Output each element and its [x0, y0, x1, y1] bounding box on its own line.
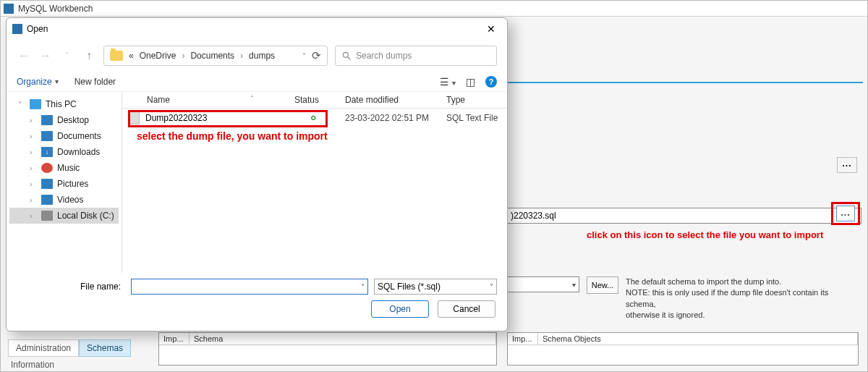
- dialog-toolbar: Organize ▾ New folder ☰ ▾ ◫ ?: [7, 72, 507, 92]
- cancel-button[interactable]: Cancel: [438, 300, 495, 318]
- default-schema-select[interactable]: ▾: [507, 276, 579, 292]
- crumb-onedrive[interactable]: OneDrive: [140, 51, 176, 61]
- file-list-header: Name˄ Status Date modified Type: [122, 92, 507, 109]
- desktop-icon: [41, 115, 53, 125]
- back-icon[interactable]: ←: [17, 49, 31, 62]
- expand-icon[interactable]: ›: [30, 164, 37, 172]
- tree-this-pc[interactable]: ˅This PC: [9, 96, 119, 112]
- disk-icon: [41, 211, 53, 221]
- folder-tree[interactable]: ˅This PC ›Desktop ›Documents ›↓Downloads…: [7, 92, 122, 273]
- forward-icon[interactable]: →: [38, 49, 53, 62]
- schema-grid-left[interactable]: Imp... Schema: [158, 332, 497, 365]
- breadcrumb[interactable]: « OneDrive › Documents › dumps ˅ ⟳: [103, 46, 328, 66]
- filename-label: File name:: [17, 282, 125, 292]
- dialog-titlebar: Open ✕: [7, 18, 507, 40]
- app-icon: [4, 4, 14, 14]
- close-button[interactable]: ✕: [481, 20, 501, 38]
- tree-label: Local Disk (C:): [57, 211, 114, 221]
- default-schema-row: ▾ New... The default schema to import th…: [507, 276, 861, 321]
- downloads-icon: ↓: [41, 147, 53, 157]
- information-label: Information: [11, 360, 54, 370]
- pc-icon: [30, 99, 41, 109]
- schema-note-line: NOTE: this is only used if the dump file…: [626, 287, 850, 310]
- file-list[interactable]: Name˄ Status Date modified Type Dump2022…: [122, 92, 507, 273]
- view-details-icon[interactable]: ◫: [466, 76, 475, 88]
- col-date[interactable]: Date modified: [339, 95, 441, 105]
- sort-asc-icon: ˄: [250, 95, 254, 105]
- grid-header-cell: Imp...: [159, 333, 190, 344]
- browse-button[interactable]: ...: [836, 206, 855, 221]
- dialog-body: ˅This PC ›Desktop ›Documents ›↓Downloads…: [7, 92, 507, 273]
- search-input[interactable]: Search dumps: [335, 46, 497, 66]
- open-button[interactable]: Open: [371, 300, 429, 318]
- chevron-down-icon[interactable]: ˅: [302, 52, 306, 60]
- dialog-nav: ← → ˅ ↑ « OneDrive › Documents › dumps ˅…: [7, 40, 507, 72]
- grid-panels: Imp... Schema Imp... Schema Objects: [158, 332, 860, 365]
- browse-button-highlighted: ...: [831, 202, 860, 225]
- tree-label: Music: [57, 163, 80, 173]
- collapse-icon[interactable]: ˅: [18, 101, 25, 109]
- tree-music[interactable]: ›Music: [9, 160, 119, 176]
- organize-menu[interactable]: Organize ▾: [17, 77, 59, 87]
- crumb-documents[interactable]: Documents: [190, 51, 234, 61]
- expand-icon[interactable]: ›: [30, 148, 37, 156]
- filetype-label: SQL Files (*.sql): [378, 282, 441, 292]
- view-list-icon[interactable]: ☰ ▾: [440, 76, 456, 88]
- schema-note-line: otherwise it is ignored.: [626, 310, 850, 321]
- browse-button-top[interactable]: ...: [837, 157, 857, 173]
- tree-label: Videos: [57, 195, 83, 205]
- chevron-down-icon: ▾: [572, 281, 576, 289]
- chevron-down-icon: ˅: [490, 283, 493, 291]
- search-icon: [341, 51, 352, 61]
- file-type-cell: SQL Text File: [441, 113, 507, 123]
- open-file-dialog: Open ✕ ← → ˅ ↑ « OneDrive › Documents › …: [6, 17, 508, 331]
- recent-icon[interactable]: ˅: [60, 51, 75, 61]
- tree-pictures[interactable]: ›Pictures: [9, 176, 119, 192]
- tree-videos[interactable]: ›Videos: [9, 192, 119, 208]
- new-folder-button[interactable]: New folder: [75, 77, 116, 87]
- filetype-select[interactable]: SQL Files (*.sql)˅: [374, 279, 497, 295]
- tree-local-disk[interactable]: ›Local Disk (C:): [9, 208, 119, 224]
- filename-row: File name: ˅ SQL Files (*.sql)˅: [17, 279, 497, 295]
- workbench-titlebar: MySQL Workbench: [1, 1, 867, 17]
- expand-icon[interactable]: ›: [30, 196, 37, 204]
- dialog-app-icon: [12, 24, 22, 34]
- chevron-down-icon: ▾: [55, 77, 59, 85]
- col-name[interactable]: Name˄: [122, 95, 289, 105]
- crumb-dumps[interactable]: dumps: [249, 51, 275, 61]
- divider: [507, 82, 863, 83]
- tab-schemas[interactable]: Schemas: [79, 339, 131, 357]
- col-status[interactable]: Status: [289, 95, 339, 105]
- schema-note: The default schema to import the dump in…: [626, 276, 850, 321]
- expand-icon[interactable]: ›: [30, 212, 37, 220]
- schema-note-line: The default schema to import the dump in…: [626, 276, 850, 287]
- dump-path-input[interactable]: [507, 208, 861, 224]
- refresh-icon[interactable]: ⟳: [312, 49, 321, 62]
- annotation-click-icon: click on this icon to select the file yo…: [587, 229, 823, 240]
- dialog-title: Open: [27, 24, 48, 34]
- chevron-down-icon[interactable]: ˅: [361, 283, 365, 291]
- grid-header-cell: Schema: [190, 333, 496, 344]
- new-schema-button[interactable]: New...: [587, 276, 618, 294]
- help-icon[interactable]: ?: [485, 76, 497, 88]
- expand-icon[interactable]: ›: [30, 180, 37, 188]
- expand-icon[interactable]: ›: [30, 132, 37, 140]
- tree-downloads[interactable]: ›↓Downloads: [9, 144, 119, 160]
- schema-grid-right[interactable]: Imp... Schema Objects: [507, 332, 859, 365]
- music-icon: [41, 163, 53, 173]
- grid-header-cell: Imp...: [508, 333, 538, 344]
- svg-line-1: [348, 57, 351, 60]
- up-icon[interactable]: ↑: [82, 49, 96, 62]
- tree-documents[interactable]: ›Documents: [9, 128, 119, 144]
- svg-point-0: [343, 52, 348, 57]
- tab-administration[interactable]: Administration: [8, 339, 79, 357]
- filename-input[interactable]: ˅: [131, 279, 368, 295]
- search-placeholder: Search dumps: [356, 51, 412, 61]
- expand-icon[interactable]: ›: [30, 117, 37, 124]
- col-type[interactable]: Type: [441, 95, 507, 105]
- highlight-box: [128, 110, 328, 127]
- workbench-title: MySQL Workbench: [18, 4, 93, 14]
- tree-label: Downloads: [57, 147, 100, 157]
- file-date-cell: 23-03-2022 02:51 PM: [339, 113, 441, 123]
- tree-desktop[interactable]: ›Desktop: [9, 112, 119, 128]
